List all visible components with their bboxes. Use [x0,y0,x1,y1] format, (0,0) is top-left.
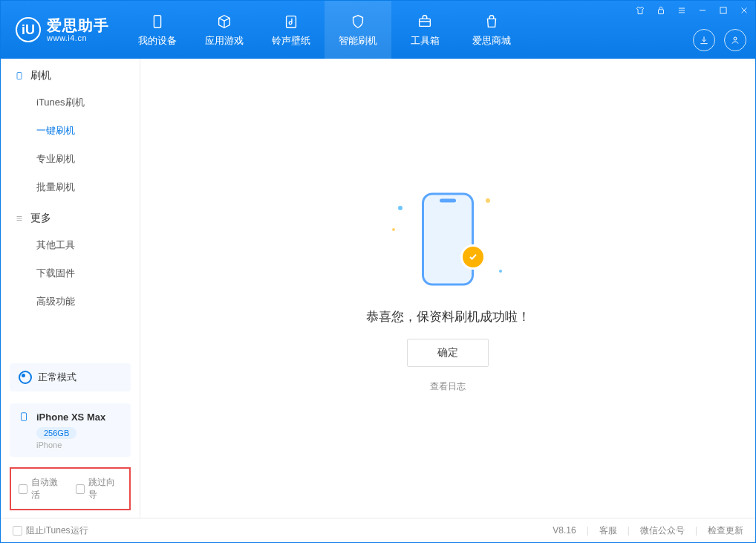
nav-store[interactable]: 爱思商城 [458,1,525,59]
device-capacity: 256GB [36,427,76,439]
mode-label: 正常模式 [38,371,76,384]
checkbox-icon [76,484,85,494]
header-right-buttons [693,29,746,51]
check-badge-icon [460,244,486,270]
nav-label: 爱思商城 [472,34,511,48]
sidebar-item-batch-flash[interactable]: 批量刷机 [1,173,140,201]
mode-card[interactable]: 正常模式 [10,363,131,391]
options-row: 自动激活 跳过向导 [10,467,131,510]
menu-icon[interactable] [675,4,688,17]
sidebar-item-itunes-flash[interactable]: iTunes刷机 [1,88,140,117]
sidebar-item-advanced[interactable]: 高级功能 [1,287,140,316]
footer-link-service[interactable]: 客服 [599,524,617,537]
nav-label: 我的设备 [138,34,177,48]
download-button[interactable] [693,29,715,51]
footer-link-update[interactable]: 检查更新 [708,524,743,537]
sidebar-item-download-firmware[interactable]: 下载固件 [1,259,140,287]
svg-rect-6 [17,73,22,79]
device-name: iPhone XS Max [36,412,105,423]
nav-ringtones[interactable]: 铃声壁纸 [258,1,325,59]
logo-area: iU 爱思助手 www.i4.cn [1,1,124,59]
bag-icon [482,12,501,31]
device-icon [19,411,30,423]
sidebar-section-more: 更多 [1,201,140,231]
main-content: 恭喜您，保资料刷机成功啦！ 确定 查看日志 [140,59,755,518]
ok-button[interactable]: 确定 [407,339,489,367]
checkbox-label: 阻止iTunes运行 [26,524,88,537]
checkbox-label: 跳过向导 [88,476,122,501]
cube-icon [215,12,234,31]
sidebar-section-flash: 刷机 [1,59,140,88]
checkbox-block-itunes[interactable]: 阻止iTunes运行 [13,524,88,537]
nav-apps-games[interactable]: 应用游戏 [191,1,258,59]
device-card[interactable]: iPhone XS Max 256GB iPhone [10,403,131,457]
version-label: V8.16 [553,525,576,536]
checkbox-auto-activate[interactable]: 自动激活 [19,476,65,501]
nav-smart-flash[interactable]: 智能刷机 [325,1,391,59]
view-log-link[interactable]: 查看日志 [430,380,466,393]
section-title: 更多 [30,212,51,225]
checkbox-label: 自动激活 [31,476,65,501]
svg-rect-0 [154,16,160,28]
device-icon [148,12,167,31]
mode-icon [19,371,32,384]
svg-point-5 [734,37,737,40]
nav-my-device[interactable]: 我的设备 [124,1,191,59]
minimize-button[interactable] [696,4,709,17]
music-icon [281,12,301,31]
section-title: 刷机 [30,69,51,82]
device-type: iPhone [36,440,122,449]
nav-label: 铃声壁纸 [272,34,310,48]
body: 刷机 iTunes刷机 一键刷机 专业刷机 批量刷机 更多 其他工具 下载固件 … [1,59,755,518]
svg-rect-4 [720,7,726,13]
svg-rect-2 [420,19,431,26]
app-url: www.i4.cn [47,33,109,42]
close-button[interactable] [737,4,751,17]
sidebar-item-pro-flash[interactable]: 专业刷机 [1,145,140,173]
svg-rect-7 [22,413,27,421]
shirt-icon[interactable] [633,4,647,17]
top-nav: 我的设备 应用游戏 铃声壁纸 智能刷机 工具箱 爱思商城 [124,1,525,59]
success-illustration [392,183,504,295]
phone-icon [14,71,25,81]
toolbox-icon [415,12,434,31]
list-icon [14,213,25,224]
nav-label: 应用游戏 [205,34,244,48]
nav-label: 工具箱 [411,34,440,48]
nav-label: 智能刷机 [339,34,377,48]
app-title: 爱思助手 [47,17,109,33]
sidebar: 刷机 iTunes刷机 一键刷机 专业刷机 批量刷机 更多 其他工具 下载固件 … [1,59,140,518]
shield-icon [348,12,368,31]
window-controls [633,4,751,17]
lock-icon[interactable] [654,4,668,17]
sidebar-item-oneclick-flash[interactable]: 一键刷机 [1,117,140,145]
sidebar-item-other-tools[interactable]: 其他工具 [1,231,140,259]
success-message: 恭喜您，保资料刷机成功啦！ [366,308,530,325]
footer-link-wechat[interactable]: 微信公众号 [640,524,685,537]
svg-rect-3 [659,10,664,14]
app-header: iU 爱思助手 www.i4.cn 我的设备 应用游戏 铃声壁纸 智能刷机 工具… [1,1,755,59]
phone-graphic [422,193,474,286]
logo-icon: iU [16,17,41,42]
checkbox-icon [19,484,27,494]
status-bar: 阻止iTunes运行 V8.16 | 客服 | 微信公众号 | 检查更新 [1,518,755,542]
checkbox-icon [13,526,22,536]
checkbox-skip-guide[interactable]: 跳过向导 [76,476,123,501]
user-button[interactable] [724,29,746,51]
nav-toolbox[interactable]: 工具箱 [391,1,458,59]
maximize-button[interactable] [717,4,730,17]
